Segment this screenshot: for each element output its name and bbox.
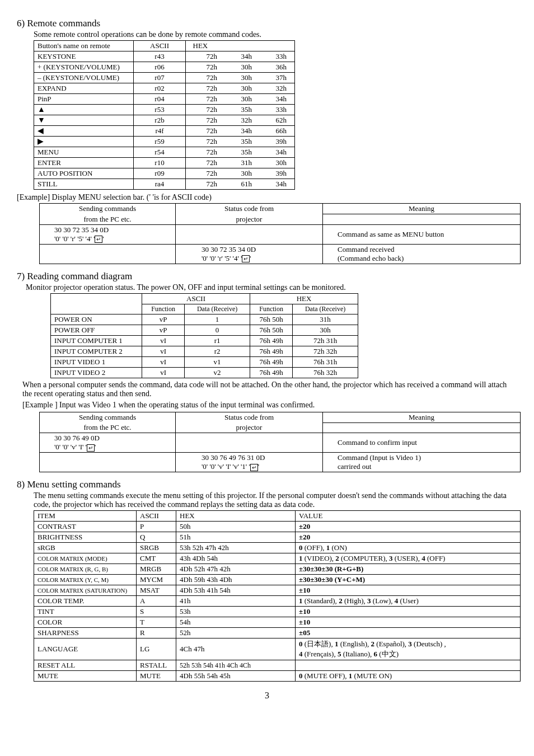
section7-note: When a personal computer sends the comma… <box>22 381 512 398</box>
example7-table: Sending commandsStatus code fromMeaningf… <box>39 412 521 473</box>
section8-title: 8) Menu setting commands <box>17 479 517 490</box>
menu-setting-table: ITEMASCIIHEXVALUECONTRASTP50h±20BRIGHTNE… <box>34 510 521 682</box>
section6-intro: Some remote control operations can be do… <box>34 30 517 39</box>
reading-command-table: ASCIIHEXFunctionData (Receive)FunctionDa… <box>50 293 358 378</box>
remote-commands-table: Button's name on remoteASCII HEXKEYSTONE… <box>34 40 295 190</box>
section8-intro: The menu setting commands execute the me… <box>34 491 517 509</box>
section6-title: 6) Remote commands <box>17 18 517 29</box>
page-number: 3 <box>17 691 517 701</box>
section7-example-label: [Example ] Input was Video 1 when the op… <box>22 401 512 410</box>
example-label: [Example] Display MENU selection bar. ('… <box>17 193 517 202</box>
section7-title: 7) Reading command diagram <box>17 271 517 282</box>
section7-intro: Monitor projector operation status. The … <box>26 283 517 292</box>
example6-table: Sending commandsStatus code fromMeaningf… <box>39 203 521 264</box>
